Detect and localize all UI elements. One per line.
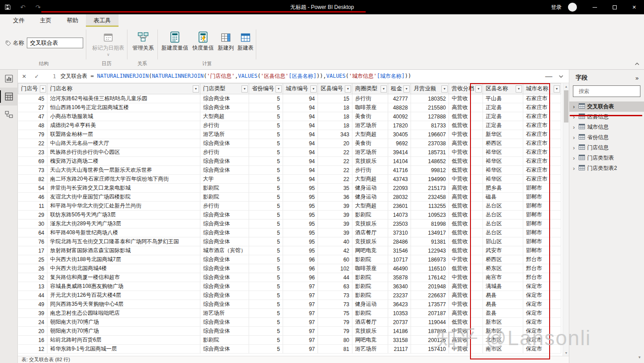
field-table-item[interactable]: ›门店类型表 <box>569 153 644 163</box>
new-column-button[interactable]: 新建列 <box>216 30 235 52</box>
quick-measure-button[interactable]: 快度量值 <box>191 30 216 52</box>
column-header[interactable]: 商圈类型▼ <box>352 84 388 94</box>
column-header[interactable]: 月营业额▼ <box>411 84 449 94</box>
collapse-pane-icon[interactable]: » <box>636 75 639 81</box>
model-view-button[interactable] <box>0 106 18 123</box>
field-table-item[interactable]: ›城市信息 <box>569 122 644 132</box>
fields-search-box[interactable] <box>573 85 640 97</box>
chevron-right-icon[interactable]: › <box>573 124 576 131</box>
field-table-item[interactable]: ›区县信息 <box>569 112 644 122</box>
ribbon-tab[interactable]: 帮助 <box>59 14 86 27</box>
table-row[interactable]: 22中山路天元名品一楼大厅综合商业体59420美食街9692237038高营收桥… <box>18 139 561 148</box>
column-header[interactable]: 门店名称▼ <box>47 84 200 94</box>
table-row[interactable]: 79联盟路金柏林一层游艺场所594343大型商超30405196607中营收新华… <box>18 130 561 139</box>
column-header[interactable]: 区县编号▼ <box>318 84 352 94</box>
field-table-item[interactable]: ›门店信息 <box>569 143 644 153</box>
close-button[interactable]: ✕ <box>624 0 644 14</box>
avatar[interactable] <box>568 3 577 12</box>
field-table-item[interactable]: ›交叉联合表 <box>569 101 644 112</box>
table-row[interactable]: 11和平路与中华北大街交汇处新丹兰尚街步行街59539大型商超236011132… <box>18 202 561 211</box>
filter-dropdown-icon[interactable]: ▼ <box>403 85 410 93</box>
save-icon[interactable] <box>0 0 15 14</box>
table-row[interactable]: 73天山大街天山海世界负一层新乐天欢乐世界综合商业体59422步行街417169… <box>18 166 561 175</box>
column-header[interactable]: 门店类型▼ <box>200 84 249 94</box>
ribbon-tab[interactable]: 文件 <box>5 14 32 27</box>
formula-expand-icon[interactable] <box>559 75 564 78</box>
table-row[interactable]: 69槐安路万达商场二楼综合商业体59422竞技娱乐14104148652低营收裕… <box>18 157 561 166</box>
filter-dropdown-icon[interactable]: ▼ <box>345 85 351 93</box>
table-row[interactable]: 20朝阳南大街70博广场综合商业体59779竞技娱乐14186187869中营收… <box>18 327 561 336</box>
table-row[interactable]: 45治河东路62号福美佳三栋咕咕岛儿童乐园综合商业体59415步行街427771… <box>18 94 561 103</box>
table-row[interactable]: 25中兴西大街188号北国商城7层综合商业体59660影剧院1071718697… <box>18 255 561 264</box>
filter-dropdown-icon[interactable]: ▼ <box>381 85 387 93</box>
table-row[interactable]: 17放射路财富国际酒店森宝国际影城城市酒店（宾馆）59542网吧电竞315461… <box>18 246 561 255</box>
table-row[interactable]: 44开元北大街126号百花大楼4层综合商业体59773影剧院2323722663… <box>18 291 561 300</box>
manage-relationships-button[interactable]: 管理关系 <box>130 30 157 52</box>
table-row[interactable]: 48成德街2号卓亨科美步行街59418游艺场所1782081733低营收正定县石… <box>18 121 561 130</box>
table-row[interactable]: 30滏东北大街289号天鸿广场3层综合商业体59539竞技娱乐235038199… <box>18 219 561 228</box>
table-row[interactable]: 13容城县奥威路108惠友购物广场综合商业体59763影剧院3634020194… <box>18 282 561 291</box>
table-row[interactable]: 29联纺东路505号天鸿广场3层综合商业体59539影剧院14073109523… <box>18 211 561 219</box>
column-header[interactable]: 营收分档▼ <box>449 84 483 94</box>
chevron-right-icon[interactable]: › <box>573 103 576 110</box>
maximize-button[interactable] <box>605 0 624 14</box>
search-input[interactable] <box>579 88 644 94</box>
column-header[interactable]: 城市编号▼ <box>283 84 318 94</box>
filter-dropdown-icon[interactable]: ▼ <box>242 85 248 93</box>
fields-scroll-down-icon[interactable]: ▼ <box>638 355 641 359</box>
new-measure-button[interactable]: 新建度量值 <box>160 30 190 52</box>
column-header[interactable]: 省份编号▼ <box>249 84 283 94</box>
ribbon-tab[interactable]: 主页 <box>32 14 59 27</box>
table-row[interactable]: 82南二环东路20号石家庄师范大学百年缤纷地下商街大学59422大型商超4374… <box>18 175 561 184</box>
formula-text[interactable]: 交叉联合表 = NATURALINNERJOIN(NATURALINNERJOI… <box>60 72 411 80</box>
column-header[interactable]: 区县名称▼ <box>483 84 523 94</box>
column-header[interactable]: 租金▼ <box>388 84 411 94</box>
chevron-right-icon[interactable]: › <box>573 144 576 151</box>
minimize-button[interactable] <box>585 0 605 14</box>
column-header[interactable]: 城市名称▼ <box>523 84 561 94</box>
column-header[interactable]: 门店号▼ <box>18 84 47 94</box>
chevron-right-icon[interactable]: › <box>573 155 576 161</box>
filter-dropdown-icon[interactable]: ▼ <box>310 85 317 93</box>
commit-formula-icon[interactable]: ✓ <box>30 73 43 80</box>
table-row[interactable]: 39南忠卫村生态公园味啦咄吧店游艺场所59775影剧院10353207187高营… <box>18 309 561 318</box>
scrollbar-thumb[interactable] <box>564 90 568 122</box>
filter-dropdown-icon[interactable]: ▼ <box>275 85 282 93</box>
scroll-down-icon[interactable]: ▼ <box>563 350 569 356</box>
vertical-scrollbar[interactable]: ▲ ▼ <box>563 83 569 356</box>
ribbon-collapse-icon[interactable] <box>635 59 640 68</box>
table-name-input[interactable] <box>27 38 83 48</box>
cell: 裕华东路9-1号北国商城一层 <box>47 345 200 354</box>
chevron-right-icon[interactable]: › <box>573 134 576 141</box>
table-row[interactable]: 47小商品市场服装城大型商超59418美食街40092127888低营收正定县石… <box>18 112 561 121</box>
scroll-up-icon[interactable]: ▲ <box>563 83 569 89</box>
table-row[interactable]: 16站前北路时尚百货6层影剧院59780网吧电竞33158200126高营收北市… <box>18 336 561 345</box>
ribbon-tab[interactable]: 表工具 <box>86 14 119 27</box>
table-row[interactable]: 54井堂街与长安路交叉口龙泉电影城影剧院59535健身运动22093215173… <box>18 184 561 193</box>
data-view-button[interactable] <box>0 88 18 106</box>
report-view-button[interactable] <box>0 70 18 88</box>
table-row[interactable]: 32复兴路信和商厦一楼信和超市综合商业体59644影剧院35878176142中… <box>18 273 561 282</box>
table-row[interactable]: 27恒山西路106号正定北国商城五楼综合商业体59418咖啡茶座48828215… <box>18 103 561 112</box>
table-row[interactable]: 23民族路步行街步行街中心园区步行街59422游艺场所39414185731中营… <box>18 148 561 157</box>
field-table-item[interactable]: ›省份信息 <box>569 132 644 143</box>
cancel-formula-icon[interactable]: ✕ <box>18 73 30 80</box>
filter-dropdown-icon[interactable]: ▼ <box>554 85 560 93</box>
filter-dropdown-icon[interactable]: ▼ <box>193 85 199 93</box>
field-table-item[interactable]: ›门店类型表2 <box>569 163 644 173</box>
table-row[interactable]: 24朝阳南大街70博广场综合商业体59779酒店餐厅20737119044低营收… <box>18 318 561 327</box>
filter-dropdown-icon[interactable]: ▼ <box>516 85 522 93</box>
filter-dropdown-icon[interactable]: ▼ <box>441 85 448 93</box>
table-row[interactable]: 64和平路408号新世纪商场八楼综合商业体59539酒店餐厅3731013491… <box>18 228 561 237</box>
filter-dropdown-icon[interactable]: ▼ <box>475 85 482 93</box>
table-row[interactable]: 46友谊北大街中座国贸广场四楼影院影剧院59536健身运动28032232458… <box>18 193 561 202</box>
table-row[interactable]: 49同兴西路35号天誉购物中心4层综合商业体59773健身运动364231735… <box>18 300 561 309</box>
filter-dropdown-icon[interactable]: ▼ <box>40 85 46 93</box>
formula-resize-icon[interactable]: — <box>545 72 552 80</box>
chevron-right-icon[interactable]: › <box>573 165 576 172</box>
sign-in-link[interactable]: 登录 <box>551 4 562 11</box>
new-table-button[interactable]: 新建表 <box>236 30 255 52</box>
table-row[interactable]: 76学院北路与五仓街交叉口隆基泰和广场阿不岛梦幻王国综合商业体59540竞技娱乐… <box>18 237 561 246</box>
table-row[interactable]: 26中兴西大街北国商城4楼综合商业体596102咖啡茶座46490116510低… <box>18 264 561 273</box>
table-row[interactable]: 12裕华东路9-1号北国商城一层综合商业体59781游艺场所2111715741… <box>18 345 561 354</box>
